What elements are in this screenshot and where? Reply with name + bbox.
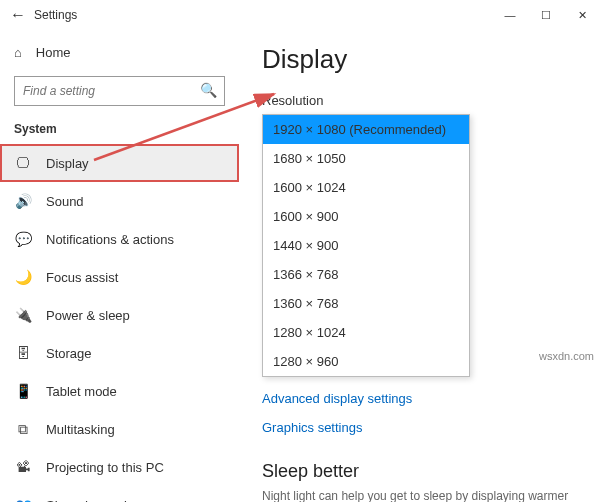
resolution-label: Resolution [262,93,578,108]
resolution-option[interactable]: 1920 × 1080 (Recommended) [263,115,469,144]
sidebar-item-label: Display [46,156,89,171]
sidebar-item-label: Tablet mode [46,384,117,399]
window-controls: — ☐ ✕ [492,0,600,30]
window-title: Settings [34,8,492,22]
sleep-better-heading: Sleep better [262,461,578,482]
watermark: wsxdn.com [539,350,594,362]
sidebar-item-label: Sound [46,194,84,209]
tablet-icon: 📱 [14,383,32,399]
sidebar-item-label: Shared experiences [46,498,162,503]
projecting-icon: 📽 [14,459,32,475]
sidebar-item-storage[interactable]: 🗄 Storage [0,334,239,372]
sidebar-item-shared-experiences[interactable]: 👥 Shared experiences [0,486,239,502]
power-icon: 🔌 [14,307,32,323]
shared-icon: 👥 [14,497,32,502]
sidebar-item-label: Power & sleep [46,308,130,323]
focus-assist-icon: 🌙 [14,269,32,285]
back-icon[interactable]: ← [10,6,34,24]
home-icon: ⌂ [14,45,22,60]
resolution-option[interactable]: 1600 × 1024 [263,173,469,202]
sleep-better-body: Night light can help you get to sleep by… [262,488,572,502]
resolution-option[interactable]: 1280 × 960 [263,347,469,376]
sidebar-item-display[interactable]: 🖵 Display [0,144,239,182]
sidebar-section-label: System [0,118,239,144]
search-icon[interactable]: 🔍 [200,82,217,98]
sidebar-item-sound[interactable]: 🔊 Sound [0,182,239,220]
maximize-button[interactable]: ☐ [528,0,564,30]
sidebar-item-notifications[interactable]: 💬 Notifications & actions [0,220,239,258]
sidebar-item-label: Multitasking [46,422,115,437]
resolution-option[interactable]: 1366 × 768 [263,260,469,289]
sidebar-item-label: Focus assist [46,270,118,285]
sidebar-item-tablet-mode[interactable]: 📱 Tablet mode [0,372,239,410]
sound-icon: 🔊 [14,193,32,209]
resolution-option[interactable]: 1440 × 900 [263,231,469,260]
titlebar: ← Settings — ☐ ✕ [0,0,600,30]
display-icon: 🖵 [14,155,32,171]
sidebar-item-projecting[interactable]: 📽 Projecting to this PC [0,448,239,486]
notifications-icon: 💬 [14,231,32,247]
sidebar-item-label: Projecting to this PC [46,460,164,475]
sidebar-item-power-sleep[interactable]: 🔌 Power & sleep [0,296,239,334]
search-input[interactable] [14,76,225,106]
storage-icon: 🗄 [14,345,32,361]
sidebar: ⌂ Home 🔍 System 🖵 Display 🔊 Sound 💬 Noti… [0,30,240,502]
resolution-option[interactable]: 1280 × 1024 [263,318,469,347]
close-button[interactable]: ✕ [564,0,600,30]
minimize-button[interactable]: — [492,0,528,30]
multitasking-icon: ⧉ [14,421,32,438]
main-panel: Display Resolution 1920 × 1080 (Recommen… [240,30,600,502]
search-input-wrap: 🔍 [14,76,225,106]
sidebar-item-label: Notifications & actions [46,232,174,247]
graphics-settings-link[interactable]: Graphics settings [262,420,578,435]
resolution-dropdown[interactable]: 1920 × 1080 (Recommended) 1680 × 1050 16… [262,114,470,377]
sidebar-item-home[interactable]: ⌂ Home [0,34,239,70]
resolution-option[interactable]: 1600 × 900 [263,202,469,231]
sidebar-item-label: Home [36,45,71,60]
sidebar-item-multitasking[interactable]: ⧉ Multitasking [0,410,239,448]
resolution-option[interactable]: 1360 × 768 [263,289,469,318]
sidebar-item-label: Storage [46,346,92,361]
resolution-option[interactable]: 1680 × 1050 [263,144,469,173]
page-title: Display [262,44,578,75]
advanced-display-link[interactable]: Advanced display settings [262,391,578,406]
sidebar-item-focus-assist[interactable]: 🌙 Focus assist [0,258,239,296]
